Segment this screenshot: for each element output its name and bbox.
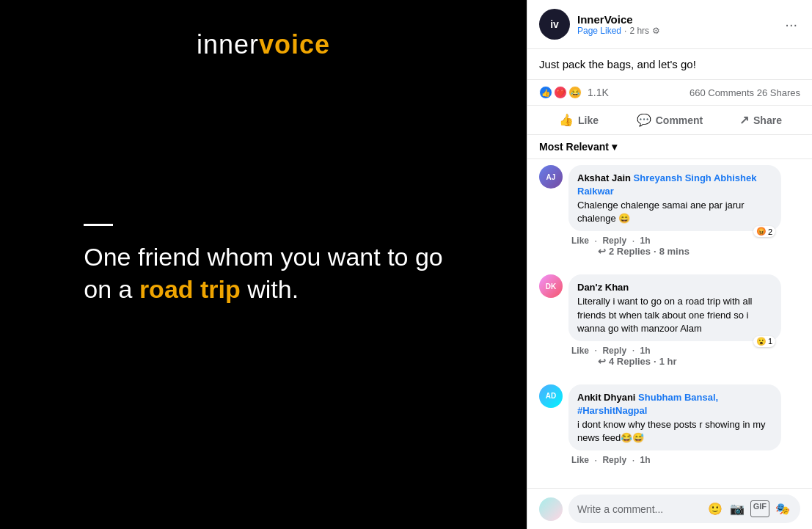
- like-label: Like: [578, 114, 599, 126]
- avatar-danz: DK: [539, 274, 563, 298]
- emoji-icon[interactable]: 🙂: [706, 500, 724, 517]
- time-akshat: 1h: [640, 236, 651, 246]
- comment-akshat-reaction: 😡 2: [753, 226, 775, 237]
- comment-akshat-bubble: Akshat Jain Shreyansh Singh Abhishek Rai…: [568, 165, 781, 231]
- reply-danz-button[interactable]: Reply: [602, 346, 626, 356]
- comment-ankit-content: Ankit Dhyani Shubham Bansal, #HarshitNag…: [568, 384, 781, 465]
- comment-danz-reaction: 😮 1: [753, 336, 775, 347]
- gif-icon[interactable]: GIF: [750, 500, 769, 517]
- quote-orange: road trip: [139, 275, 241, 303]
- replies-akshat-time: 8 mins: [659, 246, 690, 257]
- gear-icon[interactable]: ⚙: [652, 26, 660, 36]
- like-akshat-button[interactable]: Like: [571, 236, 589, 246]
- sticker-icon[interactable]: 🎭: [774, 500, 791, 517]
- comment-ankit-bubble: Ankit Dhyani Shubham Bansal, #HarshitNag…: [568, 384, 781, 450]
- replies-akshat-count: 2 Replies: [609, 246, 651, 257]
- comments-shares-stats: 660 Comments 26 Shares: [690, 87, 800, 98]
- avatar-ankit: AD: [539, 384, 563, 408]
- replies-akshat-link[interactable]: ↩ 2 Replies · 8 mins: [598, 246, 781, 257]
- reaction-count-akshat: 2: [768, 227, 772, 236]
- quote-line1: One friend whom you want to go: [84, 243, 443, 271]
- comment-button[interactable]: 💬 Comment: [624, 107, 715, 133]
- input-icons: 🙂 📷 GIF 🎭: [706, 500, 791, 517]
- post-header: iv InnerVoice Page Liked · 2 hrs ⚙ ···: [527, 0, 812, 49]
- replies-danz-link[interactable]: ↩ 4 Replies · 1 hr: [598, 356, 781, 367]
- brand-prefix: inner: [197, 29, 259, 59]
- like-button[interactable]: 👍 Like: [533, 107, 624, 133]
- action-buttons-row: 👍 Like 💬 Comment ↗ Share: [527, 106, 812, 135]
- comment-akshat-content: Akshat Jain Shreyansh Singh Abhishek Rai…: [568, 165, 781, 266]
- dash-line: [84, 224, 113, 226]
- brand-logo: innervoice: [197, 29, 330, 60]
- comment-danz-author[interactable]: Dan'z Khan: [577, 282, 629, 293]
- filter-row[interactable]: Most Relevant ▾: [527, 135, 812, 159]
- like-emoji: 👍: [539, 86, 552, 99]
- comment-input-row: Write a comment... 🙂 📷 GIF 🎭: [527, 488, 812, 529]
- comment-akshat: AJ Akshat Jain Shreyansh Singh Abhishek …: [539, 165, 800, 266]
- share-icon: ↗: [739, 113, 749, 127]
- avatar-akshat: AJ: [539, 165, 563, 189]
- comment-ankit-author[interactable]: Ankit Dhyani: [577, 392, 635, 403]
- quote-text: One friend whom you want to go on a road…: [84, 241, 443, 305]
- reply-akshat-button[interactable]: Reply: [602, 236, 626, 246]
- like-danz-button[interactable]: Like: [571, 346, 589, 356]
- page-meta: Page Liked · 2 hrs ⚙: [577, 26, 782, 36]
- comment-input-placeholder: Write a comment...: [577, 503, 663, 515]
- comment-ankit-text: i dont know why these posts r showing in…: [577, 418, 772, 445]
- post-text: Just pack the bags, and let's go!: [539, 58, 696, 70]
- comments-section: AJ Akshat Jain Shreyansh Singh Abhishek …: [527, 159, 812, 488]
- comment-akshat-text: Chalenge chalenge samai ane par jarur ch…: [577, 199, 772, 225]
- comment-ankit-actions: Like ● Reply ● 1h: [568, 455, 781, 465]
- page-avatar: iv: [539, 9, 570, 40]
- comments-count[interactable]: 660 Comments: [690, 87, 754, 98]
- reaction-emojis: 👍 ❤️ 😂: [539, 86, 582, 99]
- share-button[interactable]: ↗ Share: [715, 107, 806, 133]
- reactions-bar: 👍 ❤️ 😂 1.1K 660 Comments 26 Shares: [527, 80, 812, 106]
- comment-danz-bubble: Dan'z Khan Literally i want to go on a r…: [568, 274, 781, 341]
- page-initials: iv: [550, 18, 559, 30]
- page-liked-label: Page Liked: [577, 26, 621, 36]
- meta-time: 2 hrs: [629, 26, 649, 36]
- replies-danz-count: 4 Replies: [609, 356, 651, 367]
- post-content: Just pack the bags, and let's go!: [527, 49, 812, 80]
- reaction-count: 1.1K: [588, 87, 609, 98]
- replies-danz-time: 1 hr: [659, 356, 677, 367]
- camera-icon[interactable]: 📷: [728, 500, 746, 517]
- time-danz: 1h: [640, 346, 651, 356]
- comment-danz-actions: Like ● Reply ● 1h: [568, 346, 781, 356]
- quote-container: One friend whom you want to go on a road…: [40, 224, 487, 305]
- reaction-emoji-akshat: 😡: [756, 227, 767, 236]
- page-info: InnerVoice Page Liked · 2 hrs ⚙: [577, 13, 782, 36]
- facebook-panel: iv InnerVoice Page Liked · 2 hrs ⚙ ··· J…: [527, 0, 812, 529]
- haha-emoji: 😂: [568, 86, 582, 99]
- reaction-emoji-danz: 😮: [756, 337, 767, 346]
- quote-end: with.: [241, 275, 299, 303]
- love-emoji: ❤️: [554, 86, 567, 99]
- meta-dot: ·: [624, 26, 626, 36]
- comment-input-container[interactable]: Write a comment... 🙂 📷 GIF 🎭: [568, 495, 800, 523]
- quote-line2-plain: on a: [84, 275, 139, 303]
- page-name[interactable]: InnerVoice: [577, 13, 782, 26]
- current-user-avatar: [539, 497, 563, 521]
- comment-akshat-actions: Like ● Reply ● 1h: [568, 236, 781, 246]
- chevron-down-icon: ▾: [612, 141, 617, 153]
- time-ankit: 1h: [640, 455, 651, 465]
- more-options-button[interactable]: ···: [782, 13, 800, 36]
- comment-ankit: AD Ankit Dhyani Shubham Bansal, #Harshit…: [539, 384, 800, 465]
- comment-danz: DK Dan'z Khan Literally i want to go on …: [539, 274, 800, 376]
- comment-icon: 💬: [637, 113, 651, 127]
- comment-danz-text: Literally i want to go on a road trip wi…: [577, 295, 772, 335]
- comment-label: Comment: [656, 114, 703, 126]
- like-ankit-button[interactable]: Like: [571, 455, 589, 465]
- reaction-count-danz: 1: [768, 337, 772, 346]
- replies-danz-arrow-icon: ↩: [598, 356, 606, 367]
- replies-arrow-icon: ↩: [598, 246, 606, 257]
- filter-label: Most Relevant: [539, 141, 609, 153]
- reply-ankit-button[interactable]: Reply: [602, 455, 626, 465]
- reaction-summary[interactable]: 👍 ❤️ 😂 1.1K: [539, 86, 609, 99]
- like-icon: 👍: [559, 113, 574, 127]
- shares-count[interactable]: 26 Shares: [757, 87, 800, 98]
- share-label: Share: [753, 114, 782, 126]
- comment-danz-content: Dan'z Khan Literally i want to go on a r…: [568, 274, 781, 376]
- comment-akshat-author[interactable]: Akshat Jain: [577, 172, 631, 183]
